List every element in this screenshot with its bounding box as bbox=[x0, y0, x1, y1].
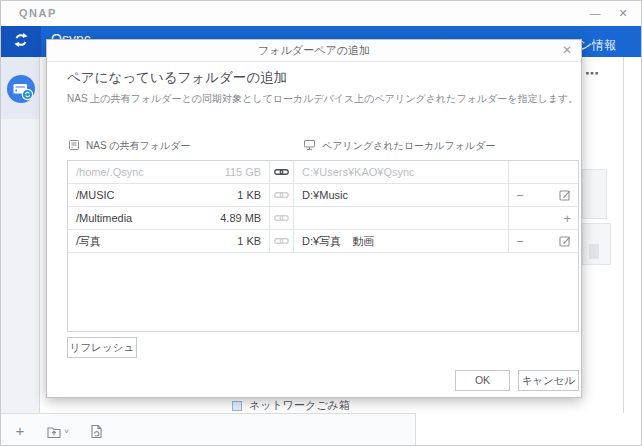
recycle-bin-label: ネットワークごみ箱 bbox=[249, 398, 350, 413]
nas-folder-path: /home/.Qsync bbox=[76, 166, 144, 178]
add-folder-pair-dialog: フォルダーペアの追加 ✕ ペアになっているフォルダーの追加 NAS 上の共有フォ… bbox=[46, 39, 582, 398]
local-folder-path[interactable]: D:¥Music bbox=[294, 184, 509, 206]
folder-size: 115 GB bbox=[225, 166, 262, 178]
dialog-close-icon[interactable]: ✕ bbox=[562, 40, 572, 61]
remove-pair-button[interactable]: − bbox=[516, 189, 524, 202]
edit-pair-icon[interactable] bbox=[559, 189, 571, 201]
qnap-window: QNAP — ✕ Qsync 設定 | ヘルプ | バージョン bbox=[0, 0, 642, 446]
nas-icon bbox=[68, 139, 80, 153]
dialog-heading: ペアになっているフォルダーの追加 bbox=[67, 69, 287, 87]
local-folder-path: C:¥Users¥KAO¥Qsync bbox=[294, 161, 509, 183]
link-icon bbox=[274, 212, 289, 224]
folder-size: 1 KB bbox=[237, 189, 261, 201]
dialog-title: フォルダーペアの追加 bbox=[47, 40, 581, 61]
dialog-titlebar: フォルダーペアの追加 ✕ bbox=[47, 40, 581, 62]
minimize-button[interactable]: — bbox=[586, 4, 604, 22]
qsync-logo-tile bbox=[1, 26, 41, 57]
sidebar-selected-item[interactable] bbox=[1, 57, 39, 119]
nas-column-label: NAS の共有フォルダー bbox=[86, 139, 191, 153]
background-panel bbox=[582, 223, 611, 265]
folder-size: 1 KB bbox=[237, 235, 261, 247]
table-row[interactable]: /home/.Qsync 115 GB C:¥Users¥KAO¥Qsync bbox=[68, 161, 578, 184]
background-panel bbox=[582, 169, 607, 219]
nas-column-header: NAS の共有フォルダー bbox=[68, 139, 191, 153]
add-pair-button[interactable]: + bbox=[563, 212, 571, 225]
remove-pair-button[interactable]: − bbox=[516, 235, 524, 248]
checkbox[interactable] bbox=[232, 401, 242, 411]
dialog-description: NAS 上の共有フォルダーとの同期対象としてローカルデバイス上のペアリングされた… bbox=[67, 92, 578, 106]
folder-size: 4.89 MB bbox=[220, 212, 261, 224]
nas-folder-path: /写真 bbox=[76, 234, 101, 249]
link-icon bbox=[274, 166, 289, 178]
close-button[interactable]: ✕ bbox=[614, 4, 632, 22]
more-menu-icon[interactable]: ⋯ bbox=[585, 65, 600, 81]
link-icon bbox=[274, 235, 289, 247]
link-icon bbox=[274, 189, 289, 201]
edit-pair-icon[interactable] bbox=[559, 235, 571, 247]
table-row[interactable]: /MUSIC 1 KB D:¥Music − bbox=[68, 184, 578, 207]
local-column-header: ペアリングされたローカルフォルダー bbox=[303, 139, 496, 153]
cancel-button[interactable]: キャンセル bbox=[518, 370, 579, 391]
nas-folder-path: /Multimedia bbox=[76, 212, 132, 224]
table-row[interactable]: /写真 1 KB D:¥写真 動画 − bbox=[68, 230, 578, 253]
file-refresh-icon[interactable] bbox=[77, 421, 115, 439]
refresh-button[interactable]: リフレッシュ bbox=[67, 337, 137, 358]
add-icon[interactable]: + bbox=[1, 422, 39, 439]
os-titlebar: QNAP — ✕ bbox=[1, 1, 641, 26]
bottom-toolbar: + ˅ bbox=[1, 413, 416, 446]
folder-upload-icon[interactable]: ˅ bbox=[39, 421, 77, 438]
qnap-logo: QNAP bbox=[19, 7, 57, 19]
pane-divider bbox=[623, 57, 624, 413]
folder-pair-table: /home/.Qsync 115 GB C:¥Users¥KAO¥Qsync bbox=[67, 160, 579, 332]
background-panel-block bbox=[589, 244, 599, 259]
nas-folder-path: /MUSIC bbox=[76, 189, 115, 201]
local-column-label: ペアリングされたローカルフォルダー bbox=[322, 139, 496, 153]
sync-icon bbox=[13, 32, 29, 52]
local-folder-path[interactable]: D:¥写真 動画 bbox=[294, 230, 509, 252]
nas-device-icon[interactable] bbox=[6, 74, 36, 104]
local-folder-path[interactable] bbox=[294, 207, 509, 229]
monitor-icon bbox=[303, 139, 316, 153]
chevron-down-icon: ˅ bbox=[64, 427, 69, 436]
sidebar bbox=[1, 57, 40, 413]
ok-button[interactable]: OK bbox=[455, 370, 510, 391]
network-recycle-bin-row: ネットワークごみ箱 bbox=[232, 398, 350, 413]
table-row[interactable]: /Multimedia 4.89 MB + bbox=[68, 207, 578, 230]
